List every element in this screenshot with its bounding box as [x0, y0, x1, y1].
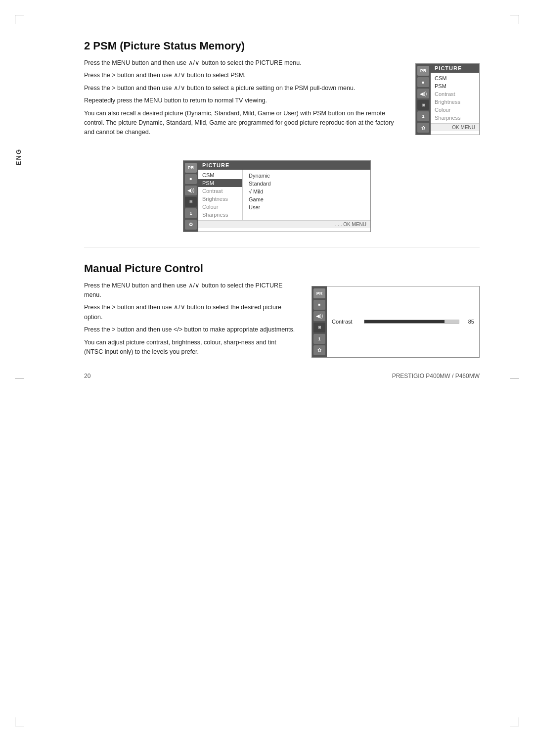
- corner-mark-br: [510, 717, 519, 726]
- contrast-label: Contrast: [332, 319, 359, 325]
- psm-para-3: Press the > button and then use ∧/∨ butt…: [84, 84, 400, 93]
- sidebar-large-pr-icon: PR: [185, 163, 197, 173]
- mpc-title: Manual Picture Control: [84, 262, 480, 275]
- psm-para-2: Press the > button and then use ∧/∨ butt…: [84, 71, 400, 80]
- large-menu-contrast: Contrast: [198, 187, 242, 195]
- menu-item-csm: CSM: [431, 74, 479, 82]
- dropdown-mild: Mild: [249, 188, 364, 195]
- corner-mark-bl: [15, 717, 24, 726]
- tv-sidebar-large: PR ■ ◀)) ⊞ 1 ✿: [183, 161, 198, 232]
- sidebar-large-num-icon: 1: [185, 208, 197, 218]
- page-number: 20: [84, 373, 90, 379]
- contrast-value: 85: [464, 319, 474, 325]
- dropdown-game: Game: [249, 195, 364, 203]
- sidebar-contrast-gear-icon: ✿: [313, 345, 325, 355]
- tv-menu-small-content: PICTURE CSM PSM Contrast Brightness Colo…: [431, 64, 479, 135]
- corner-mark-tl: [15, 15, 24, 24]
- side-mark-left: [15, 378, 24, 378]
- menu-item-sharpness: Sharpness: [431, 114, 479, 122]
- page-model: PRESTIGIO P400MW / P460MW: [392, 373, 480, 379]
- tv-menu-large-footer: . . . OK MENU: [198, 220, 370, 228]
- menu-item-colour: Colour: [431, 106, 479, 114]
- tv-menu-large-header: PICTURE: [198, 161, 370, 170]
- mpc-ui-column: PR ■ ◀)) ⊞ 1 ✿ Contrast 85: [312, 281, 480, 360]
- sidebar-tv-icon: ■: [417, 77, 429, 87]
- tv-sidebar-contrast: PR ■ ◀)) ⊞ 1 ✿: [312, 286, 327, 357]
- sidebar-large-gear-icon: ✿: [185, 220, 197, 230]
- sidebar-large-picture-icon: ⊞: [185, 197, 197, 207]
- tv-dropdown-col: Dynamic Standard Mild Game User: [243, 170, 370, 220]
- sidebar-num-icon: 1: [417, 111, 429, 121]
- mpc-para-3: Press the > button and then use </> butt…: [84, 325, 297, 334]
- tv-menu-small-header: PICTURE: [431, 64, 479, 73]
- tv-sidebar-small: PR ■ ◀)) ⊞ 1 ✿: [416, 64, 431, 135]
- eng-label: ENG: [15, 148, 22, 165]
- sidebar-contrast-speaker-icon: ◀)): [313, 311, 325, 321]
- dropdown-user: User: [249, 203, 364, 211]
- section-divider: [84, 247, 480, 247]
- contrast-menu: PR ■ ◀)) ⊞ 1 ✿ Contrast 85: [312, 286, 480, 358]
- tv-menu-small: PR ■ ◀)) ⊞ 1 ✿ PICTURE CSM PSM Contrast: [415, 63, 480, 135]
- mpc-para-1: Press the MENU button and then use ∧/∨ b…: [84, 281, 297, 300]
- tv-menu-large-content: PICTURE CSM PSM Contrast Brightness Colo…: [198, 161, 370, 232]
- dropdown-standard: Standard: [249, 180, 364, 188]
- tv-main-area: CSM PSM Contrast Brightness Colour Sharp…: [198, 170, 370, 220]
- psm-para-1: Press the MENU button and then use ∧/∨ b…: [84, 58, 400, 68]
- mpc-para-2: Press the > button and then use ∧/∨ butt…: [84, 303, 297, 322]
- menu-item-psm: PSM: [431, 82, 479, 90]
- corner-mark-tr: [510, 15, 519, 24]
- sidebar-large-tv-icon: ■: [185, 174, 197, 184]
- large-menu-brightness: Brightness: [198, 195, 242, 203]
- sidebar-picture-icon: ⊞: [417, 100, 429, 110]
- page-footer: 20 PRESTIGIO P400MW / P460MW: [84, 373, 480, 379]
- sidebar-contrast-num-icon: 1: [313, 334, 325, 344]
- dropdown-dynamic: Dynamic: [249, 172, 364, 180]
- sidebar-contrast-pr-icon: PR: [313, 288, 325, 298]
- contrast-bar: [364, 320, 459, 324]
- psm-para-5: You can also recall a desired picture (D…: [84, 109, 400, 138]
- psm-title: 2 PSM (Picture Status Memory): [84, 40, 480, 52]
- menu-item-contrast: Contrast: [431, 90, 479, 98]
- psm-ui-column: PR ■ ◀)) ⊞ 1 ✿ PICTURE CSM PSM Contrast: [415, 58, 480, 141]
- menu-item-brightness: Brightness: [431, 98, 479, 106]
- psm-section: Press the MENU button and then use ∧/∨ b…: [84, 58, 480, 141]
- sidebar-gear-icon: ✿: [417, 123, 429, 133]
- sidebar-pr-icon: PR: [417, 66, 429, 76]
- large-menu-psm: PSM: [198, 179, 242, 187]
- sidebar-speaker-icon: ◀)): [417, 89, 429, 98]
- side-mark-right: [510, 378, 519, 378]
- large-menu-wrapper: PR ■ ◀)) ⊞ 1 ✿ PICTURE CSM PSM Cont: [84, 160, 480, 232]
- psm-text: Press the MENU button and then use ∧/∨ b…: [84, 58, 400, 141]
- sidebar-large-speaker-icon: ◀)): [185, 186, 197, 195]
- tv-menu-small-footer: OK MENU: [431, 123, 479, 131]
- contrast-control-content: Contrast 85: [327, 286, 479, 357]
- tv-menu-large-list: CSM PSM Contrast Brightness Colour Sharp…: [198, 170, 242, 220]
- mpc-section: Press the MENU button and then use ∧/∨ b…: [84, 281, 480, 360]
- sidebar-contrast-tv-icon: ■: [313, 300, 325, 310]
- tv-menu-large: PR ■ ◀)) ⊞ 1 ✿ PICTURE CSM PSM Cont: [183, 160, 371, 232]
- tv-menu-col: CSM PSM Contrast Brightness Colour Sharp…: [198, 170, 243, 220]
- mpc-text: Press the MENU button and then use ∧/∨ b…: [84, 281, 297, 360]
- large-menu-csm: CSM: [198, 171, 242, 179]
- large-menu-colour: Colour: [198, 203, 242, 211]
- mpc-para-4: You can adjust picture contrast, brightn…: [84, 338, 297, 357]
- psm-para-4: Repeatedly press the MENU button to retu…: [84, 96, 400, 105]
- large-menu-sharpness: Sharpness: [198, 211, 242, 219]
- contrast-bar-fill: [364, 320, 445, 323]
- sidebar-contrast-picture-icon: ⊞: [313, 323, 325, 332]
- tv-menu-small-list: CSM PSM Contrast Brightness Colour Sharp…: [431, 73, 479, 123]
